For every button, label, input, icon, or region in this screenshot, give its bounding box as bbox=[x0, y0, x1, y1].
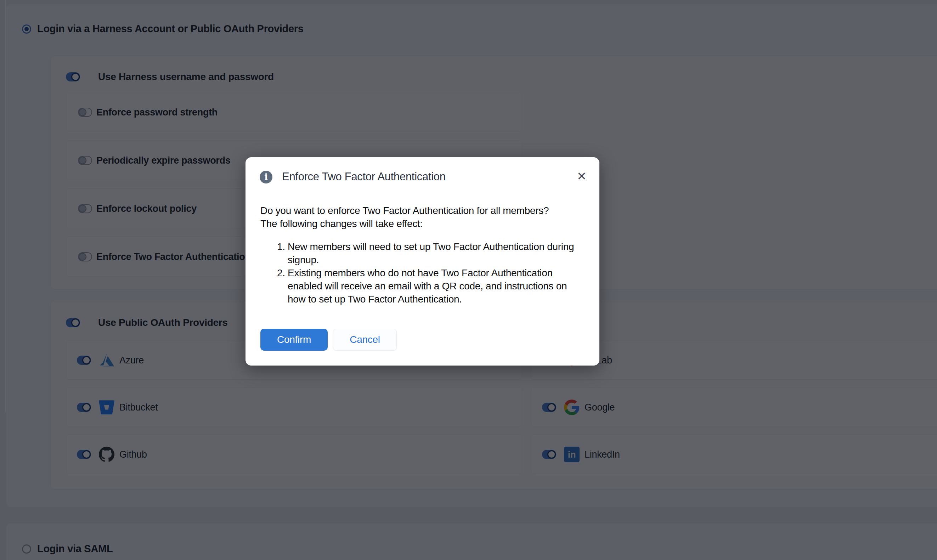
enforce-2fa-dialog: i Enforce Two Factor Authentication ✕ Do… bbox=[246, 157, 599, 366]
list-item-number: 1. bbox=[277, 240, 288, 266]
list-item-text: New members will need to set up Two Fact… bbox=[288, 240, 574, 266]
confirm-button[interactable]: Confirm bbox=[260, 329, 328, 351]
list-item: 1. New members will need to set up Two F… bbox=[277, 240, 574, 266]
dialog-title: Enforce Two Factor Authentication bbox=[282, 170, 446, 183]
close-icon[interactable]: ✕ bbox=[574, 169, 589, 184]
list-item-text: Existing members who do not have Two Fac… bbox=[288, 266, 567, 306]
dialog-change-list: 1. New members will need to set up Two F… bbox=[277, 240, 574, 306]
list-item-number: 2. bbox=[277, 266, 288, 306]
list-item: 2. Existing members who do not have Two … bbox=[277, 266, 574, 306]
cancel-button[interactable]: Cancel bbox=[333, 329, 397, 351]
dialog-body-text: Do you want to enforce Two Factor Authen… bbox=[260, 204, 549, 230]
authentication-settings-screen: Login via a Harness Account or Public OA… bbox=[0, 0, 937, 560]
info-icon: i bbox=[260, 171, 272, 183]
